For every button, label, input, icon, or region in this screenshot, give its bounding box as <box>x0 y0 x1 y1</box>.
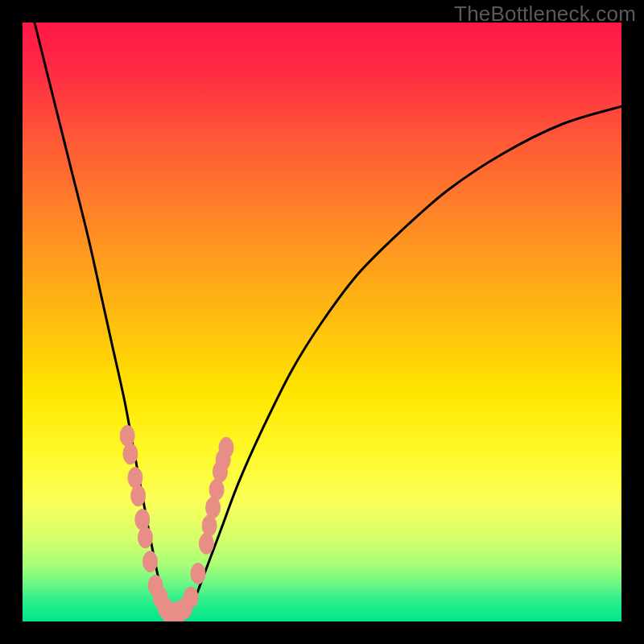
chart-svg <box>23 23 621 621</box>
curve-marker <box>202 515 217 536</box>
curve-marker <box>123 444 138 464</box>
curve-marker <box>138 527 153 548</box>
curve-markers <box>120 425 233 621</box>
curve-marker <box>143 551 158 572</box>
curve-marker <box>135 510 150 530</box>
watermark-text: TheBottleneck.com <box>454 2 636 27</box>
curve-marker <box>184 587 198 608</box>
plot-area <box>23 23 621 621</box>
curve-marker <box>199 533 213 554</box>
curve-marker <box>191 564 205 584</box>
curve-marker <box>131 485 146 506</box>
curve-marker <box>219 437 233 458</box>
curve-marker <box>120 425 134 446</box>
outer-frame: TheBottleneck.com <box>0 0 644 644</box>
curve-marker <box>128 467 142 488</box>
bottleneck-curve <box>35 23 621 621</box>
